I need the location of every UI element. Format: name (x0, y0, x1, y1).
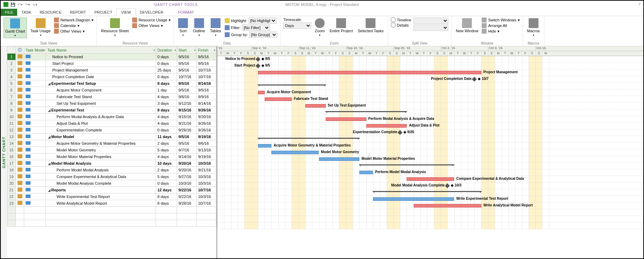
table-row[interactable]: 11Adjust Data & Plot4 days9/21/169/26/16 (7, 120, 216, 127)
task-name-cell[interactable]: Perform Model Modal Analysis (46, 167, 156, 173)
task-mode-cell[interactable] (24, 107, 46, 114)
row-number[interactable]: 23 (7, 200, 16, 207)
col-start[interactable]: Start▾ (177, 47, 197, 54)
task-table[interactable]: ⓘ Task Mode▾ Task Name▾ Duration▾ Start▾… (7, 46, 216, 227)
table-row[interactable]: 1Notice to Proceed0 days9/5/169/5/16 (7, 54, 216, 60)
task-mode-cell[interactable] (24, 60, 46, 67)
milestone-marker[interactable] (472, 77, 477, 82)
finish-cell[interactable]: 10/3/16 (197, 180, 216, 187)
task-name-cell[interactable]: Set Up Test Equipment (46, 100, 156, 107)
finish-cell[interactable]: 9/5/16 (197, 54, 216, 60)
table-row[interactable]: 8Set Up Test Equipment3 days9/12/169/14/… (7, 100, 216, 107)
resource-usage-button[interactable]: Resource Usage ▾ (132, 18, 171, 22)
group-select[interactable]: [No Group] (249, 32, 277, 38)
task-name-cell[interactable]: ◢Model Modal Analysis (46, 160, 156, 167)
gantt-row[interactable]: Model Modal Analysis Complete◆ 10/3 (217, 183, 643, 189)
summary-bar[interactable] (359, 164, 454, 167)
hide-button[interactable]: Hide ▾ (482, 29, 520, 34)
finish-cell[interactable]: 9/13/16 (197, 147, 216, 154)
gantt-row[interactable]: Compare Experimental & Analytical Data (217, 176, 643, 183)
tab-task[interactable]: TASK (17, 9, 35, 16)
gantt-row[interactable] (217, 83, 643, 89)
row-number[interactable]: 15 (7, 147, 16, 154)
task-mode-cell[interactable] (24, 120, 46, 127)
gantt-row[interactable] (217, 163, 643, 169)
duration-cell[interactable]: 10 days (156, 160, 177, 167)
timescale-select[interactable]: Days (283, 22, 311, 29)
task-name-cell[interactable]: Notice to Proceed (46, 54, 156, 60)
task-bar[interactable] (271, 151, 319, 154)
undo-icon[interactable]: ↶▾ (18, 2, 23, 7)
start-cell[interactable]: 9/5/16 (177, 60, 197, 67)
gantt-row[interactable]: Model Motor Geometry (217, 149, 643, 156)
gantt-row[interactable]: Notice to Proceed◆ 9/5 (217, 56, 643, 63)
row-number[interactable]: 17 (7, 160, 16, 167)
table-row[interactable]: 14Acquire Motor Geometry & Material Prop… (7, 140, 216, 147)
task-mode-cell[interactable] (24, 187, 46, 193)
duration-cell[interactable]: 2 days (156, 140, 177, 147)
task-mode-cell[interactable] (24, 154, 46, 160)
table-row[interactable]: 6Acquire Motor Component1 day9/5/169/5/1… (7, 87, 216, 94)
gantt-row[interactable]: Set Up Test Equipment (217, 103, 643, 109)
start-cell[interactable]: 9/5/16 (177, 54, 197, 60)
start-cell[interactable]: 9/5/16 (177, 67, 197, 74)
task-mode-cell[interactable] (24, 173, 46, 180)
table-row-empty[interactable] (7, 213, 216, 220)
milestone-marker[interactable] (256, 63, 260, 68)
row-number[interactable]: 18 (7, 167, 16, 173)
table-row[interactable]: 23Write Analytical Model Report8 days9/2… (7, 200, 216, 207)
start-cell[interactable]: 9/20/16 (177, 160, 197, 167)
finish-cell[interactable]: 9/5/16 (197, 60, 216, 67)
task-mode-cell[interactable] (24, 80, 46, 87)
task-name-cell[interactable]: ◢Experimental Test (46, 107, 156, 114)
table-row[interactable]: 9◢Experimental Test8 days9/15/169/26/16 (7, 107, 216, 114)
summary-bar[interactable] (373, 191, 481, 194)
gantt-row[interactable]: Perform Model Modal Analysis (217, 169, 643, 176)
task-name-cell[interactable]: Acquire Motor Component (46, 87, 156, 94)
other-resource-views-button[interactable]: Other Views ▾ (132, 23, 171, 28)
duration-cell[interactable]: 3 days (156, 100, 177, 107)
task-mode-cell[interactable] (24, 74, 46, 80)
row-number[interactable]: 9 (7, 107, 16, 114)
finish-cell[interactable]: 9/26/16 (197, 127, 216, 134)
row-number[interactable]: 5 (7, 80, 16, 87)
gantt-timescale-header[interactable]: '16Sep 4, '16Sep 11, '16Sep 18, '16Sep 2… (217, 46, 643, 56)
duration-cell[interactable]: 8 days (156, 107, 177, 114)
gantt-row[interactable]: Write Experimental Test Report (217, 196, 643, 203)
tab-developer[interactable]: DEVELOPER (136, 9, 168, 16)
gantt-row[interactable] (217, 136, 643, 143)
gantt-row[interactable]: Start Project◆ 9/5 (217, 63, 643, 69)
gantt-row[interactable] (217, 109, 643, 116)
start-cell[interactable]: 9/15/16 (177, 107, 197, 114)
start-cell[interactable]: 10/3/16 (177, 180, 197, 187)
task-bar[interactable] (305, 104, 326, 108)
task-name-cell[interactable]: Experimentation Complete (46, 127, 156, 134)
task-mode-cell[interactable] (24, 167, 46, 173)
duration-cell[interactable]: 11 days (156, 134, 177, 140)
task-mode-cell[interactable] (24, 134, 46, 140)
duration-cell[interactable]: 0 days (156, 127, 177, 134)
gantt-row[interactable]: Perform Modal Analysis & Acquire Data (217, 116, 643, 123)
gantt-row[interactable]: Project Completion Date◆ 10/7 (217, 76, 643, 83)
gantt-row[interactable]: Acquire Motor Component (217, 89, 643, 96)
row-number[interactable]: 22 (7, 193, 16, 200)
help-icon[interactable]: ? (638, 2, 640, 7)
task-mode-cell[interactable] (24, 94, 46, 100)
finish-cell[interactable]: 10/3/16 (197, 173, 216, 180)
entire-project-button[interactable]: Entire Project (328, 18, 354, 34)
start-cell[interactable]: 9/22/16 (177, 187, 197, 193)
row-number[interactable]: 2 (7, 60, 16, 67)
collapse-icon[interactable]: ◢ (48, 82, 50, 86)
gantt-row[interactable]: Project Management (217, 69, 643, 76)
task-mode-cell[interactable] (24, 127, 46, 134)
task-bar[interactable] (319, 157, 360, 161)
row-number[interactable]: 7 (7, 94, 16, 100)
row-number[interactable]: 20 (7, 180, 16, 187)
new-window-button[interactable]: New Window (454, 18, 480, 34)
tab-project[interactable]: PROJECT (90, 9, 116, 16)
milestone-marker[interactable] (398, 130, 402, 135)
finish-cell[interactable]: 10/7/16 (197, 67, 216, 74)
milestone-marker[interactable] (445, 183, 450, 188)
table-row[interactable]: 3Project Management25 days9/5/1610/7/16 (7, 67, 216, 74)
duration-cell[interactable]: 8 days (156, 80, 177, 87)
